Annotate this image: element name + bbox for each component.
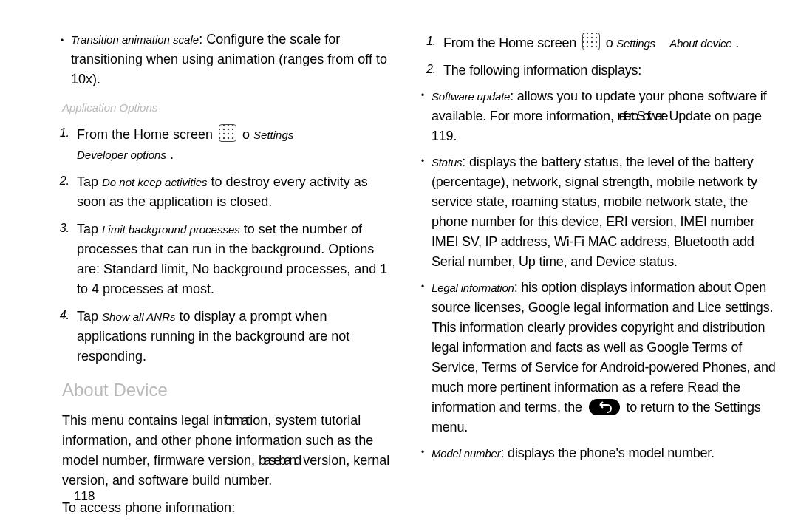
- term-model-number: Model number: [432, 447, 500, 460]
- model-number-text: : displays the phone's model number.: [500, 446, 714, 460]
- r2-text: The following information displays:: [443, 61, 780, 81]
- status-text: : displays the battery status, the level…: [432, 154, 757, 269]
- heading-about-device: About Device: [18, 377, 392, 403]
- step1-devopts: Developer options: [77, 149, 166, 161]
- heading-application-options: Application Options: [18, 100, 392, 117]
- bullet-model-number: • Model number: displays the phone's mod…: [406, 443, 780, 463]
- term-transition: Transition animation scale: [71, 33, 199, 46]
- step-number: 4.: [47, 307, 77, 366]
- left-step-2: 2. Tap Do not keep activities to destroy…: [18, 172, 392, 212]
- left-column: • Transition animation scale: Configure …: [10, 22, 399, 522]
- tap-label: Tap: [77, 309, 102, 324]
- bullet-legal-info: • Legal information: his option displays…: [406, 278, 780, 437]
- step4-term: Show all ANRs: [102, 310, 175, 323]
- bullet-dot: •: [421, 282, 432, 437]
- left-step-3: 3. Tap Limit background processes to set…: [18, 219, 392, 299]
- bullet-dot: •: [421, 448, 432, 463]
- term-software-update: Software update: [432, 90, 510, 103]
- r1-settings: Settings: [616, 37, 655, 50]
- apps-grid-icon: [219, 124, 236, 142]
- left-step-4: 4. Tap Show all ANRs to display a prompt…: [18, 307, 392, 366]
- step1-settings: Settings: [253, 129, 293, 141]
- bullet-dot: •: [421, 157, 432, 272]
- page-number: 118: [74, 487, 95, 506]
- term-legal: Legal information: [432, 282, 514, 294]
- step-number: 1.: [414, 33, 443, 53]
- step-number: 1.: [47, 124, 77, 165]
- term-status: Status: [432, 156, 462, 168]
- right-step-1: 1. From the Home screen o Settings About…: [406, 33, 780, 53]
- about-paragraph: This menu contains legal information, sy…: [18, 411, 392, 491]
- apps-grid-icon: [582, 33, 600, 50]
- left-step-1: 1. From the Home screen o Settings Devel…: [18, 124, 392, 165]
- tap-label: Tap: [77, 222, 102, 236]
- bullet-dot: •: [421, 91, 432, 146]
- back-pill-icon: [589, 399, 620, 415]
- r1-about: About device: [669, 37, 732, 50]
- step-number: 2.: [414, 61, 443, 81]
- bullet-transition: • Transition animation scale: Configure …: [18, 30, 392, 89]
- legal-text-a: : his option displays information about …: [432, 280, 776, 415]
- step2-term: Do not keep activities: [102, 176, 208, 188]
- bullet-dot: •: [61, 36, 71, 45]
- step-number: 3.: [47, 219, 77, 299]
- tap-label: Tap: [77, 174, 102, 189]
- right-column: 1. From the Home screen o Settings About…: [399, 22, 788, 522]
- step-number: 2.: [47, 172, 77, 212]
- step3-term: Limit background processes: [102, 223, 240, 236]
- bullet-software-update: • Software update: allows you to update …: [406, 86, 780, 146]
- step1-text-a: From the Home screen: [77, 127, 213, 142]
- bullet-status: • Status: displays the battery status, t…: [406, 152, 780, 272]
- r1-text: From the Home screen: [443, 35, 576, 50]
- right-step-2: 2. The following information displays:: [406, 61, 780, 81]
